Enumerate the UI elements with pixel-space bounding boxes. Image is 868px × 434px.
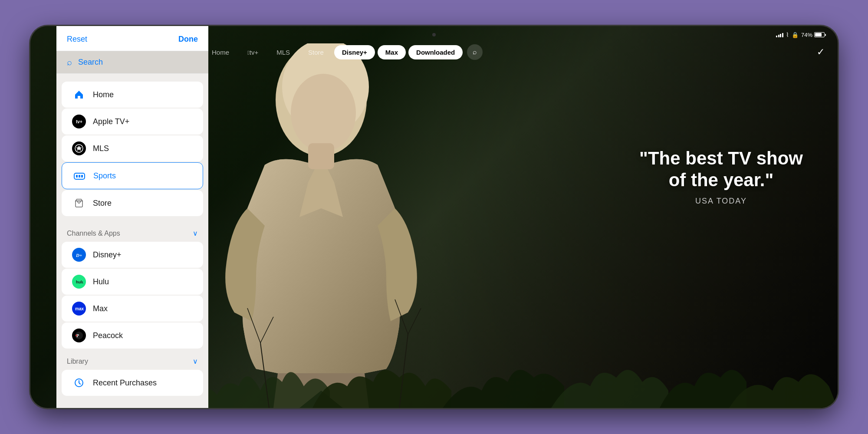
camera-area (432, 33, 436, 36)
camera-dot (432, 33, 436, 36)
sidebar-item-home[interactable]: Home (62, 82, 203, 108)
store-label: Store (93, 199, 112, 208)
battery-icon (814, 32, 825, 37)
svg-text:hulu: hulu (76, 280, 83, 284)
svg-text:max: max (75, 306, 84, 311)
tab-appletv[interactable]: tv+ (240, 45, 266, 59)
channels-apps-header[interactable]: Channels & Apps ∨ (56, 224, 208, 241)
svg-line-9 (408, 308, 421, 334)
svg-line-6 (260, 317, 273, 343)
hulu-label: Hulu (93, 277, 109, 286)
svg-point-23 (76, 335, 77, 336)
sidebar-item-recent-purchases[interactable]: Recent Purchases (62, 370, 203, 396)
svg-marker-12 (76, 146, 82, 151)
svg-rect-16 (81, 175, 83, 178)
battery-container: 74% (801, 32, 825, 38)
appletv-sidebar-label: Apple TV+ (93, 117, 129, 126)
sports-icon (72, 169, 86, 183)
mls-label: MLS (93, 144, 109, 153)
search-label: Search (78, 58, 103, 67)
battery-text: 74% (801, 32, 812, 38)
tab-downloaded[interactable]: Downloaded (408, 45, 463, 59)
sidebar-item-max[interactable]: max Max (62, 296, 203, 322)
disney-icon: D+ (72, 248, 86, 262)
sidebar-item-disney[interactable]: D+ Disney+ (62, 242, 203, 268)
svg-text:tv+: tv+ (76, 119, 82, 124)
signal-bar-4 (782, 33, 783, 37)
signal-bar-1 (776, 36, 777, 37)
sports-label: Sports (93, 171, 116, 181)
hero-quote-container: "The best TV showof the year." USA TODAY (639, 148, 803, 206)
svg-line-8 (395, 299, 408, 334)
max-label: Max (93, 304, 108, 313)
max-icon: max (72, 302, 86, 316)
peacock-icon: P (72, 329, 86, 342)
tab-disney[interactable]: Disney+ (334, 45, 375, 59)
signal-icon (776, 32, 783, 37)
sidebar-nav-section: Home tv+ Apple TV+ MLS (56, 74, 208, 224)
hero-quote-text: "The best TV showof the year." (639, 148, 803, 191)
search-small-icon: ⌕ (67, 57, 72, 67)
hero-quote-source: USA TODAY (639, 197, 803, 206)
lock-icon: 🔒 (792, 32, 799, 38)
svg-point-2 (291, 74, 356, 152)
battery-fill (815, 33, 822, 36)
svg-rect-14 (76, 175, 78, 178)
svg-rect-3 (308, 143, 334, 169)
device-frame: ⌇ 🔒 74% Home tv+ MLS Store Disney+ Max … (30, 26, 838, 408)
appletv-label: tv+ (250, 49, 258, 56)
appletv-icon: tv+ (72, 115, 86, 128)
disney-label: Disney+ (93, 250, 122, 260)
status-bar: ⌇ 🔒 74% (30, 26, 838, 43)
tab-max[interactable]: Max (378, 45, 406, 59)
svg-line-5 (247, 308, 260, 343)
svg-rect-17 (76, 201, 82, 207)
tab-mls[interactable]: MLS (269, 45, 298, 59)
library-chevron-icon: ∨ (193, 357, 198, 365)
checkmark-icon: ✓ (817, 46, 825, 58)
svg-text:D+: D+ (76, 253, 82, 258)
sidebar: Reset Done ⌕ Search Home (56, 26, 208, 408)
library-title: Library (67, 358, 88, 365)
search-icon: ⌕ (473, 48, 477, 56)
channels-chevron-icon: ∨ (193, 229, 198, 237)
signal-bar-3 (780, 34, 781, 37)
sidebar-item-peacock[interactable]: P Peacock (62, 322, 203, 349)
status-icons: ⌇ 🔒 74% (776, 31, 825, 38)
background-plants (182, 256, 838, 408)
sidebar-item-mls[interactable]: MLS (62, 135, 203, 161)
home-label: Home (93, 90, 114, 99)
signal-bar-2 (778, 35, 779, 37)
recent-purchases-label: Recent Purchases (93, 378, 157, 388)
channels-apps-title: Channels & Apps (67, 230, 120, 237)
search-button[interactable]: ⌕ (467, 44, 483, 60)
tab-store[interactable]: Store (300, 45, 332, 59)
hulu-icon: hulu (72, 275, 86, 289)
clock-icon (72, 376, 86, 390)
peacock-label: Peacock (93, 331, 123, 340)
home-icon (72, 88, 86, 102)
mls-icon (72, 141, 86, 155)
search-item[interactable]: ⌕ Search (56, 51, 208, 74)
sidebar-item-hulu[interactable]: hulu Hulu (62, 269, 203, 295)
tab-home[interactable]: Home (204, 45, 237, 59)
svg-rect-15 (79, 175, 80, 178)
wifi-icon: ⌇ (786, 31, 789, 38)
store-icon (72, 196, 86, 210)
sidebar-item-appletv[interactable]: tv+ Apple TV+ (62, 108, 203, 135)
library-header[interactable]: Library ∨ (56, 352, 208, 369)
sidebar-item-sports[interactable]: Sports (62, 162, 203, 189)
sidebar-item-store[interactable]: Store (62, 190, 203, 216)
